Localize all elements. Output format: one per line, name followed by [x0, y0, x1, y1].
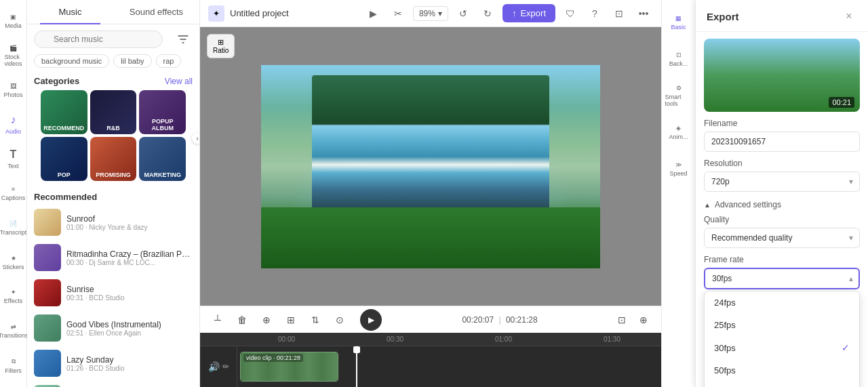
sidebar-right-anim[interactable]: ◈ Anim... [665, 115, 692, 149]
category-popup[interactable]: POPUP ALBUM [139, 90, 186, 134]
fps-option-60[interactable]: 60fps [705, 382, 859, 387]
track-lazy-sunday[interactable]: Lazy Sunday 01:26 · BCD Studio [27, 346, 199, 381]
split-button[interactable]: ⊕ [257, 310, 276, 329]
track-good-vibes[interactable]: Good Vibes (Instrumental) 02:51 · Ellen … [27, 310, 199, 346]
zoom-chevron-down: ▾ [438, 9, 442, 18]
categories-next-btn[interactable]: › [192, 133, 200, 144]
filter-button[interactable] [174, 30, 193, 49]
category-rb[interactable]: R&B [90, 90, 137, 134]
smart-tools-icon: ⚙ [676, 85, 682, 91]
clip-button[interactable]: ✂ [389, 4, 408, 23]
edit-clip-button[interactable]: ✏ [222, 362, 229, 371]
sidebar-label-audio: Audio [5, 128, 21, 135]
category-marketing[interactable]: MARKETING [139, 137, 186, 181]
category-promising[interactable]: PROMISING [90, 137, 137, 181]
fps-option-50[interactable]: 50fps [705, 359, 859, 382]
zoom-indicator[interactable]: 89% ▾ [413, 6, 448, 21]
sidebar-item-stock[interactable]: 🎬 Stockvideos [1, 40, 26, 72]
track-name-2: Ritmadinha Crazy – (Brazilian Phonk) [66, 249, 193, 259]
sidebar-item-audio[interactable]: ♪ Audio [1, 108, 26, 140]
sidebar-item-stickers[interactable]: ★ Stickers [1, 247, 26, 279]
quality-select-wrapper: Recommended quality ▾ [704, 228, 860, 248]
sidebar-item-transitions[interactable]: ⇄ Transitions [1, 315, 26, 347]
playhead-handle[interactable] [353, 346, 360, 353]
track-meta-1: 01:00 · Nicky Youre & dazy [66, 224, 193, 231]
fps-option-24[interactable]: 24fps [705, 291, 859, 314]
sidebar-item-filters[interactable]: ⧉ Filters [1, 350, 26, 382]
play-button-top[interactable]: ▶ [364, 4, 383, 23]
more-button[interactable]: ⊙ [330, 310, 349, 329]
trim-button[interactable]: ┴ [208, 310, 227, 329]
flip-button[interactable]: ⇅ [306, 310, 325, 329]
fps-option-25[interactable]: 25fps [705, 314, 859, 336]
tag-lil-baby[interactable]: lil baby [113, 54, 151, 68]
track-ritmadinha[interactable]: Ritmadinha Crazy – (Brazilian Phonk) 00:… [27, 240, 199, 275]
photos-icon: 🖼 [10, 83, 16, 89]
sidebar-item-captions[interactable]: ≡ Captions [1, 178, 26, 209]
audio-icon: ♪ [11, 114, 16, 126]
category-pop[interactable]: POP [41, 137, 87, 181]
advanced-settings-toggle[interactable]: ▲ Advanced settings [696, 199, 868, 215]
sidebar-label-captions: Captions [1, 195, 26, 201]
fps-option-30[interactable]: 30fps ✓ [705, 336, 859, 359]
sidebar-right-smart[interactable]: ⚙ Smart tools [665, 79, 692, 113]
share-icon[interactable]: ⊡ [610, 4, 629, 23]
category-recommend[interactable]: RECOMMEND [41, 90, 87, 134]
sidebar-item-effects[interactable]: ✦ Effects [1, 281, 26, 313]
tag-background-music[interactable]: background music [34, 54, 109, 68]
track-trap-mafia[interactable]: Trap Mafia [27, 381, 199, 387]
more-options-icon[interactable]: ••• [634, 4, 653, 23]
sidebar-right-background[interactable]: ⊡ Back... [665, 42, 692, 76]
categories-title: Categories [34, 76, 79, 86]
sidebar-right-speed[interactable]: ≫ Speed [665, 152, 692, 186]
redo-button[interactable]: ↻ [478, 4, 497, 23]
resolution-select[interactable]: 720p [704, 171, 860, 192]
help-icon[interactable]: ? [585, 4, 604, 23]
sidebar-label-photos: Photos [3, 91, 22, 98]
quality-select[interactable]: Recommended quality [704, 228, 860, 248]
sidebar-label-media: Media [5, 22, 22, 29]
shield-icon[interactable]: 🛡 [561, 4, 580, 23]
basic-icon: ▦ [675, 15, 682, 22]
tab-music[interactable]: Music [27, 0, 113, 24]
framerate-label: Frame rate [704, 255, 860, 264]
video-frame [261, 65, 600, 268]
framerate-select[interactable]: 30fps [704, 268, 860, 289]
sidebar-item-photos[interactable]: 🖼 Photos [1, 75, 26, 106]
categories-grid: RECOMMEND R&B POPUP ALBUM POP PROMISING … [34, 90, 193, 181]
play-pause-button[interactable]: ▶ [360, 309, 382, 331]
export-header: Export × [696, 0, 868, 32]
view-all-link[interactable]: View all [165, 77, 193, 86]
ratio-button[interactable]: ⊞ Ratio [207, 34, 235, 58]
delete-button[interactable]: 🗑 [233, 310, 252, 329]
search-row: 🔍 [27, 24, 199, 54]
export-upload-icon: ↑ [512, 8, 517, 18]
undo-button[interactable]: ↺ [454, 4, 473, 23]
zoom-in-timeline[interactable]: ⊕ [634, 310, 653, 329]
export-close-button[interactable]: × [841, 8, 857, 24]
timeline-track[interactable]: video clip · 00:21:28 [237, 346, 661, 387]
current-time: 00:20:07 | 00:21:28 [393, 315, 607, 325]
crop-button[interactable]: ⊞ [281, 310, 300, 329]
filename-input[interactable] [704, 131, 860, 152]
track-sunrise[interactable]: Sunrise 00:31 · BCD Studio [27, 275, 199, 310]
tab-sound-effects[interactable]: Sound effects [113, 0, 199, 24]
category-label-rb: R&B [90, 122, 137, 134]
track-meta-5: 01:26 · BCD Studio [66, 365, 193, 372]
mute-button[interactable]: 🔊 [208, 361, 220, 372]
track-sunroof[interactable]: Sunroof 01:00 · Nicky Youre & dazy [27, 205, 199, 240]
ratio-label: Ratio [213, 47, 229, 54]
search-input[interactable] [34, 30, 163, 48]
background-label: Back... [669, 60, 688, 67]
fps-dropdown: 24fps 25fps 30fps ✓ 50fps 60fps [704, 291, 860, 387]
sidebar-item-text[interactable]: T Text [1, 143, 26, 175]
sidebar-item-transcript[interactable]: 📄 Transcript [1, 212, 26, 244]
video-clip[interactable]: video clip · 00:21:28 [240, 352, 338, 382]
zoom-out-timeline[interactable]: ⊡ [612, 310, 631, 329]
sidebar-item-media[interactable]: ▣ Media [1, 5, 26, 37]
quality-value: Recommended quality [711, 233, 792, 243]
sidebar-right-basic[interactable]: ▦ Basic [665, 5, 692, 39]
export-button[interactable]: ↑ Export [502, 4, 555, 22]
check-icon-30fps: ✓ [842, 342, 850, 353]
tag-rap[interactable]: rap [156, 54, 182, 68]
